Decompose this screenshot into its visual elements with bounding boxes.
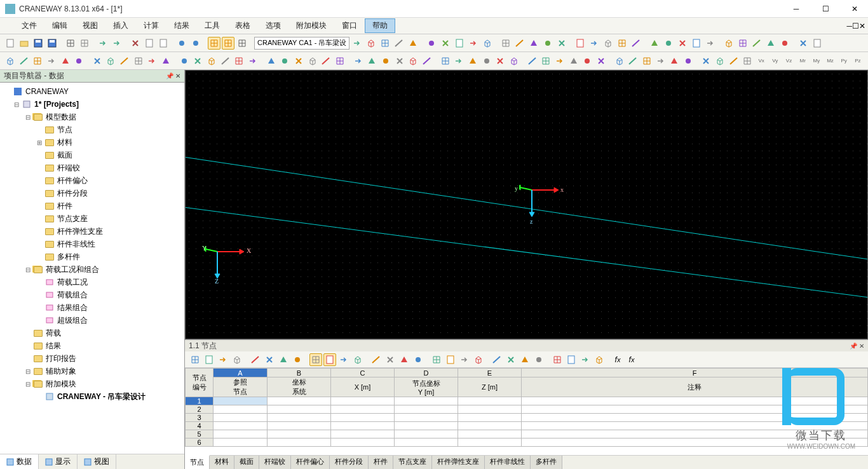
tree-node[interactable]: 荷载工况 (1, 276, 183, 289)
axis-Vx[interactable]: Vx (755, 55, 768, 67)
tree-node[interactable]: 截面 (1, 149, 183, 161)
panel-tool-22[interactable] (519, 353, 531, 366)
tree-node[interactable]: 多杆件 (1, 250, 183, 263)
tree-node[interactable]: 杆端铰 (1, 161, 183, 174)
panel-tool-3[interactable] (231, 353, 243, 366)
tool2-32[interactable] (466, 55, 479, 67)
panel-tool-6[interactable] (277, 353, 290, 366)
tool2-4[interactable] (59, 55, 72, 67)
table1-button[interactable] (208, 37, 220, 50)
table-row[interactable]: 1 (186, 397, 868, 405)
new-file-button[interactable] (4, 37, 17, 50)
panel-tool-24[interactable] (551, 353, 564, 366)
tree-node[interactable]: CRANEWAY (1, 85, 183, 98)
tool2-35[interactable] (508, 55, 520, 67)
table-row[interactable]: 2 (186, 405, 868, 414)
tool1-12[interactable] (527, 37, 540, 50)
menu-item-7[interactable]: 表格 (227, 18, 258, 33)
tool1-19[interactable] (630, 37, 642, 50)
tool2-29[interactable] (421, 55, 433, 67)
table-row[interactable]: 6 (186, 438, 868, 447)
tool1-14[interactable] (555, 37, 568, 50)
tool2-9[interactable] (132, 55, 145, 67)
tool1-5[interactable] (425, 37, 438, 50)
tool2-42[interactable] (613, 55, 626, 67)
tool2-14[interactable] (205, 55, 218, 67)
tool2-13[interactable] (192, 55, 205, 67)
tree-node[interactable]: 结果组合 (1, 301, 183, 314)
panel-tool-0[interactable] (189, 353, 201, 366)
tool1-24[interactable] (704, 37, 717, 50)
panel-tool-7[interactable] (291, 353, 304, 366)
panel-tool-2[interactable] (217, 353, 229, 366)
tool2-5[interactable] (72, 55, 85, 67)
menu-item-1[interactable]: 编辑 (44, 18, 75, 33)
tree-node[interactable]: ⊟附加模块 (1, 377, 183, 390)
panel-tool-18[interactable] (458, 353, 471, 366)
tree-node[interactable]: ⊞材料 (1, 136, 183, 149)
tool2-1[interactable] (18, 55, 31, 67)
viewport-3d[interactable]: x y z X Y Z (185, 70, 868, 339)
tool1-30[interactable] (797, 37, 810, 50)
tool2-24[interactable] (352, 55, 365, 67)
tool1-9[interactable] (481, 37, 494, 50)
panel-tool-20[interactable] (491, 353, 503, 366)
print-preview-button[interactable] (78, 37, 91, 50)
tool2-17[interactable] (247, 55, 259, 67)
menu-item-10[interactable]: 窗口 (334, 18, 365, 33)
table-row[interactable]: 3 (186, 414, 868, 422)
pin-icon[interactable]: 📌 ✕ (166, 72, 180, 79)
panel-tool-5[interactable] (263, 353, 276, 366)
tool2-30[interactable] (439, 55, 452, 67)
maximize-button[interactable]: ☐ (817, 4, 834, 13)
tool1-3[interactable] (393, 37, 405, 50)
tool2-39[interactable] (567, 55, 580, 67)
panel-tool-25[interactable] (565, 353, 578, 366)
tool2-46[interactable] (668, 55, 681, 67)
tree-node[interactable]: 结果 (1, 339, 183, 352)
tool2-18[interactable] (265, 55, 278, 67)
tool2-6[interactable] (91, 55, 104, 67)
panel-tool-17[interactable] (444, 353, 457, 366)
tool2-19[interactable] (279, 55, 292, 67)
tree-node[interactable]: 荷载组合 (1, 289, 183, 301)
menu-item-6[interactable]: 工具 (197, 18, 227, 33)
tool2-36[interactable] (526, 55, 539, 67)
tool2-51[interactable] (742, 55, 754, 67)
open-file-button[interactable] (18, 37, 31, 50)
sidebar-tab-0[interactable]: 数据 (0, 454, 39, 469)
tool2-16[interactable] (233, 55, 246, 67)
tool1-18[interactable] (616, 37, 628, 50)
table-row[interactable]: 4 (186, 422, 868, 430)
panel-tab-9[interactable]: 杆件非线性 (485, 456, 531, 469)
tool2-22[interactable] (320, 55, 333, 67)
tool1-23[interactable] (690, 37, 703, 50)
tool1-15[interactable] (574, 37, 587, 50)
tool2-0[interactable] (4, 55, 17, 67)
menu-item-4[interactable]: 计算 (136, 18, 166, 33)
tool1-1[interactable] (365, 37, 377, 50)
tool1-2[interactable] (379, 37, 391, 50)
table-row[interactable]: 5 (186, 430, 868, 438)
panel-tab-3[interactable]: 杆端铰 (259, 456, 291, 469)
axis-Py[interactable]: Py (837, 55, 850, 67)
tree-node[interactable]: 杆件偏心 (1, 174, 183, 187)
tool2-50[interactable] (728, 55, 740, 67)
tool1-31[interactable] (811, 37, 824, 50)
axis-My[interactable]: My (810, 55, 823, 67)
close-button[interactable]: ✕ (846, 4, 863, 13)
undo-button[interactable] (97, 37, 109, 50)
paste-button[interactable] (157, 37, 170, 50)
panel-tool-27[interactable] (593, 353, 606, 366)
child-max[interactable]: ☐ (852, 22, 859, 31)
sidebar-tab-1[interactable]: 显示 (39, 454, 78, 469)
tool1-7[interactable] (453, 37, 466, 50)
print-button[interactable] (64, 37, 77, 50)
tree[interactable]: CRANEWAY⊟1* [Projects]⊟模型数据节点⊞材料截面杆端铰杆件偏… (0, 83, 184, 454)
tool1-26[interactable] (736, 37, 749, 50)
tool2-41[interactable] (595, 55, 607, 67)
panel-tool-9[interactable] (323, 353, 336, 366)
tool2-40[interactable] (581, 55, 593, 67)
tool1-10[interactable] (499, 37, 512, 50)
panel-tab-1[interactable]: 材料 (210, 456, 234, 469)
